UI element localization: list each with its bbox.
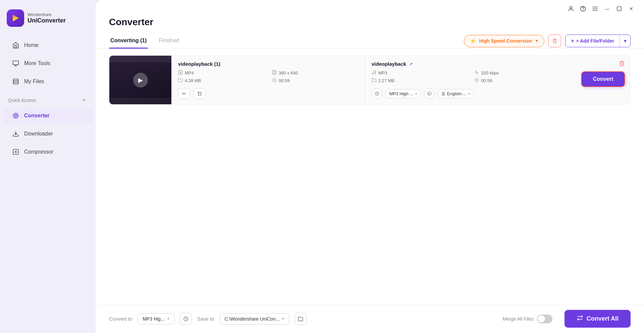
thumb-background: ▶ [109,56,171,104]
svg-point-10 [15,115,16,116]
save-path-select[interactable]: C:\Wondershare UniCon... ▾ [219,313,289,325]
source-format: MP4 [178,70,264,76]
source-actions: ✂ [178,88,358,99]
output-filename: videoplayback [372,61,406,67]
svg-marker-23 [180,72,181,73]
tab-converting[interactable]: Converting (1) [109,34,148,48]
button-divider [620,35,620,47]
support-button[interactable] [580,5,586,12]
quality-select[interactable]: MP3 High ... ▾ [385,89,422,98]
convert-to-label: Convert to [109,316,132,322]
source-meta: MP4 360 x 640 4.28 MB [178,70,358,84]
toggle-knob [538,315,545,323]
card-delete-button[interactable] [619,60,625,68]
tabs-left: Converting (1) Finished [109,34,180,48]
svg-point-28 [374,73,376,74]
external-link-icon[interactable]: ↗ [409,61,413,67]
close-button[interactable]: ✕ [628,5,635,12]
settings-button[interactable] [180,313,192,325]
page-header: Converter [96,13,644,34]
chevron-down-icon: ▾ [282,317,284,321]
svg-rect-26 [199,93,201,95]
video-meta-icon [178,70,183,76]
minimize-button[interactable]: — [604,5,610,12]
add-file-button[interactable]: + + Add File/Folder ▾ [565,35,631,47]
sidebar-item-my-files[interactable]: My Files [4,73,92,90]
output-meta: MP3 320 kbps 2.27 MB [372,70,569,84]
save-to-label: Save to [197,316,214,322]
output-format: MP3 [372,70,467,76]
sidebar-item-converter[interactable]: Converter [4,107,92,124]
sidebar-item-more-tools[interactable]: More Tools [4,55,92,72]
sidebar-item-downloader[interactable]: Downloader [4,125,92,142]
format-select[interactable]: MP3 Hig... ▾ [138,313,174,325]
chevron-down-icon: ▾ [468,92,470,96]
quick-access-section: Quick Access + [0,91,96,107]
output-duration: 00:59 [474,78,569,84]
home-icon [12,42,19,49]
maximize-button[interactable] [616,5,623,12]
convert-button[interactable]: Convert [581,71,625,87]
add-quick-access-button[interactable]: + [80,97,88,104]
language-select[interactable]: ||| English-... ▾ [437,89,474,98]
quality-label: MP3 High ... [389,91,414,96]
chevron-down-icon: ▼ [535,39,539,43]
sidebar-item-label: Downloader [24,131,53,137]
sidebar-item-label: My Files [24,78,44,85]
merge-toggle-group: Merge All Files [503,315,552,323]
compressor-icon [12,148,19,156]
clock-icon2 [474,78,479,84]
save-path-value: C:\Wondershare UniCon... [224,316,279,322]
folder-icon2 [372,78,376,84]
high-speed-button[interactable]: ⚡ High Speed Conversion ▼ [464,35,544,47]
quick-access-label: Quick Access [8,98,36,103]
brand-label: Wondershare [28,12,66,17]
source-size: 4.28 MB [178,78,264,84]
clock-icon [272,78,277,84]
crop-button[interactable] [194,88,206,99]
svg-rect-5 [13,79,18,84]
output-bitrate: 320 kbps [474,70,569,76]
output-file-info: videoplayback ↗ MP3 [365,56,576,104]
app-logo-icon [7,9,24,27]
page-title: Converter [109,17,631,27]
add-file-main[interactable]: + + Add File/Folder [566,35,620,47]
play-button[interactable]: ▶ [133,73,148,88]
tabs-row: Converting (1) Finished ⚡ High Speed Con… [96,34,644,49]
main-content: — ✕ Converter Converting (1) Finished ⚡ … [96,0,644,333]
clock-setting-icon[interactable] [372,88,382,99]
lightning-icon: ⚡ [470,38,476,44]
menu-button[interactable] [592,5,598,12]
browse-folder-button[interactable] [294,313,307,325]
subtitle-icon[interactable] [424,88,435,99]
plus-icon: + [571,38,574,44]
language-label: English-... [447,91,467,96]
card-right-actions: Convert [576,56,630,104]
audio-icon [372,70,376,76]
high-speed-label: High Speed Conversion [479,38,532,44]
convert-all-button[interactable]: Convert All [565,310,631,328]
svg-point-27 [372,73,373,74]
add-file-label: + Add File/Folder [576,38,614,44]
sidebar-item-label: More Tools [24,60,50,66]
folder-icon [178,78,183,84]
merge-label: Merge All Files [503,316,534,322]
svg-rect-22 [178,70,182,74]
sidebar-item-compressor[interactable]: Compressor [4,144,92,160]
profile-button[interactable] [568,5,574,12]
chevron-down-icon: ▾ [415,92,417,96]
source-file-info: videoplayback (1) MP4 [171,56,365,104]
tab-finished[interactable]: Finished [157,34,180,48]
sidebar-item-home[interactable]: Home [4,37,92,54]
add-file-chevron[interactable]: ▾ [620,36,630,46]
merge-toggle-switch[interactable] [537,315,552,323]
sidebar: Wondershare UniConverter Home More Tools… [0,0,96,333]
bitrate-icon [474,70,479,76]
trim-button[interactable]: ✂ [178,88,190,99]
file-card: ▶ videoplayback (1) [109,55,631,105]
output-settings: MP3 High ... ▾ ||| English-... ▾ [372,88,569,99]
delete-all-button[interactable] [548,35,561,47]
svg-point-15 [583,10,583,10]
convert-all-label: Convert All [587,315,619,322]
convert-all-icon [577,315,583,323]
